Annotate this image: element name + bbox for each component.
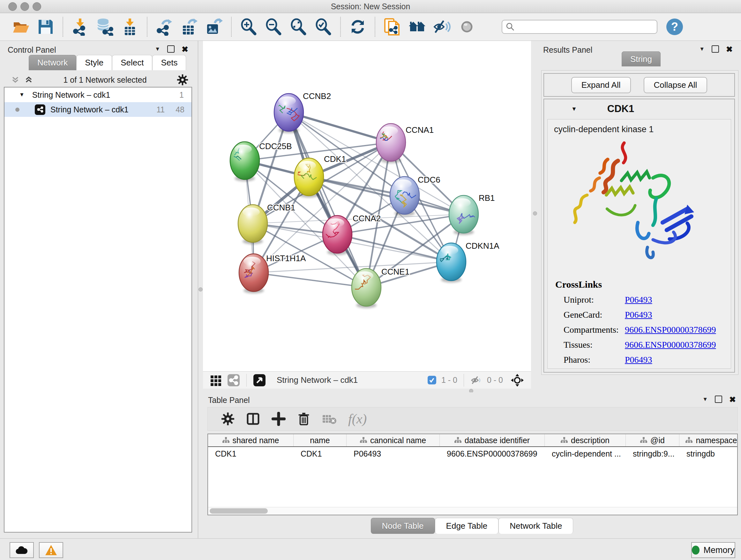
control-panel: Control Panel ▼ ✖ Network Style Select S… [0, 41, 198, 538]
table-gear-icon[interactable] [221, 412, 234, 426]
crosslink-label: Tissues: [563, 340, 625, 350]
selected-checkbox-icon[interactable] [428, 376, 436, 384]
toolbar-separator [147, 17, 147, 37]
panel-close-icon[interactable]: ✖ [729, 396, 736, 402]
string-hide-eye-icon[interactable] [433, 17, 451, 36]
import-network-from-database-icon[interactable] [96, 17, 114, 36]
export-table-icon[interactable] [180, 17, 199, 36]
crosslink-uniprot-link[interactable]: P06493 [625, 295, 652, 305]
panel-collapse-icon[interactable]: ▼ [155, 46, 160, 52]
minimize-window-button[interactable] [20, 2, 29, 11]
horizontal-scrollbar[interactable] [208, 507, 737, 515]
panel-close-icon[interactable]: ✖ [182, 46, 188, 52]
crosslink-compartments-link[interactable]: 9606.ENSP00000378699 [625, 325, 716, 335]
table-toolbar: f(x) [207, 407, 738, 431]
crosslink-genecard-link[interactable]: P06493 [625, 310, 652, 320]
tab-node-table[interactable]: Node Table [371, 518, 435, 534]
column-header-database-identifier[interactable]: database identifier [440, 434, 545, 446]
open-session-icon[interactable] [11, 17, 30, 36]
network-options-gear-icon[interactable] [177, 74, 188, 85]
panel-float-icon[interactable] [167, 45, 175, 53]
close-window-button[interactable] [8, 2, 17, 11]
scrollbar-thumb[interactable] [210, 508, 268, 514]
tab-sets[interactable]: Sets [152, 55, 186, 70]
crosslink-label: Compartments: [563, 325, 625, 335]
import-network-icon[interactable] [71, 17, 89, 36]
crosslink-pharos-link[interactable]: P06493 [625, 355, 652, 365]
tab-string[interactable]: String [622, 51, 661, 66]
column-header-id[interactable]: @id [626, 434, 679, 446]
svg-text:CCNB2: CCNB2 [303, 91, 331, 101]
string-eye-disabled-icon[interactable] [458, 17, 476, 36]
network-view-toolbar: String Network – cdk1 1 - 0 0 - 0 [203, 371, 531, 388]
panel-float-icon[interactable] [712, 45, 719, 53]
zoom-in-icon[interactable] [239, 17, 258, 36]
table-panel-title: Table Panel [208, 395, 250, 405]
help-button[interactable]: ? [666, 18, 683, 35]
table-header-row: shared name name canonical name database… [208, 434, 737, 447]
tab-select[interactable]: Select [112, 55, 152, 70]
zoom-fit-icon[interactable] [289, 17, 308, 36]
zoom-selected-icon[interactable] [314, 17, 333, 36]
network-share-view-icon[interactable] [227, 374, 240, 387]
hidden-counts: 0 - 0 [487, 375, 503, 385]
zoom-out-icon[interactable] [264, 17, 283, 36]
function-builder-icon[interactable]: f(x) [348, 411, 367, 427]
section-collapse-icon[interactable]: ▼ [571, 106, 577, 112]
expand-all-networks-icon[interactable] [11, 75, 20, 84]
window-title: Session: New Session [0, 0, 741, 13]
export-image-icon[interactable] [205, 17, 223, 36]
network-selection-status: 1 of 1 Network selected [33, 75, 177, 84]
open-in-window-icon[interactable] [253, 374, 266, 387]
save-session-icon[interactable] [37, 17, 55, 36]
control-panel-tabs: Network Style Select Sets [29, 55, 186, 70]
string-results-container: Expand All Collapse All ▼ CDK1 cyclin-de… [541, 70, 738, 375]
network-canvas[interactable]: CCNB2CCNA1CDC25BCDK1CDC6RB1CCNB1CCNA2CDK… [203, 41, 531, 371]
select-columns-icon[interactable] [246, 412, 260, 426]
tree-expand-icon[interactable]: ▼ [19, 91, 24, 98]
column-header-name[interactable]: name [293, 434, 347, 446]
panel-collapse-icon[interactable]: ▼ [699, 46, 704, 52]
grid-view-icon[interactable] [210, 374, 222, 386]
hidden-eye-icon[interactable] [470, 374, 482, 386]
panel-float-icon[interactable] [715, 395, 722, 403]
tab-edge-table[interactable]: Edge Table [435, 518, 499, 534]
network-row[interactable]: String Network – cdk1 11 48 [4, 102, 192, 117]
add-column-icon[interactable] [272, 412, 286, 426]
string-query-document-icon[interactable] [383, 17, 401, 36]
search-input[interactable] [515, 22, 650, 32]
memory-button[interactable]: Memory [691, 542, 735, 558]
panel-collapse-icon[interactable]: ▼ [702, 396, 708, 402]
collapse-all-networks-icon[interactable] [24, 75, 33, 84]
warning-status-button[interactable] [39, 542, 63, 558]
tab-network[interactable]: Network [29, 55, 76, 70]
table-row[interactable]: CDK1 CDK1 P06493 9606.ENSP00000378699 cy… [208, 447, 737, 460]
string-home-icon[interactable] [408, 17, 426, 36]
column-header-namespace[interactable]: namespace [679, 434, 738, 446]
export-network-icon[interactable] [155, 17, 174, 36]
expand-all-button[interactable]: Expand All [571, 77, 631, 93]
left-splitter-grip[interactable] [199, 287, 203, 292]
gene-section: ▼ CDK1 cyclin-dependent kinase 1 [543, 99, 735, 373]
svg-text:CCNA1: CCNA1 [406, 125, 434, 135]
cloud-icon [15, 546, 28, 555]
cloud-status-button[interactable] [10, 542, 34, 558]
import-table-icon[interactable] [121, 17, 139, 36]
tab-network-table[interactable]: Network Table [498, 518, 573, 534]
column-header-canonical-name[interactable]: canonical name [347, 434, 440, 446]
right-splitter-grip[interactable] [533, 211, 537, 215]
panel-close-icon[interactable]: ✖ [726, 46, 733, 52]
collapse-all-button[interactable]: Collapse All [644, 77, 708, 93]
column-header-description[interactable]: description [545, 434, 626, 446]
delete-table-icon[interactable] [322, 413, 337, 425]
tab-style[interactable]: Style [76, 55, 112, 70]
delete-column-trash-icon[interactable] [297, 412, 311, 426]
refresh-layout-icon[interactable] [348, 17, 367, 36]
network-collection-row[interactable]: ▼ String Network – cdk1 1 [4, 87, 192, 102]
zoom-window-button[interactable] [32, 2, 41, 11]
birdseye-pan-icon[interactable] [511, 374, 524, 387]
column-header-shared-name[interactable]: shared name [208, 434, 293, 446]
crosslink-tissues-link[interactable]: 9606.ENSP00000378699 [625, 340, 716, 350]
network-graph[interactable]: CCNB2CCNA1CDC25BCDK1CDC6RB1CCNB1CCNA2CDK… [203, 41, 531, 371]
crosslink-label: GeneCard: [563, 310, 625, 320]
